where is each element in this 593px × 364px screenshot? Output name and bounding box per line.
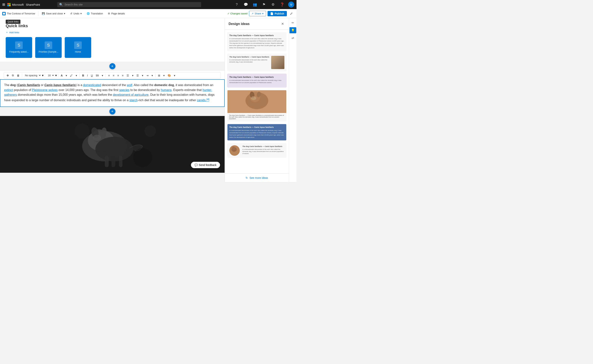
design-ideas-panel: Design ideas ✕ The dog Canis familiaris … — [225, 18, 289, 182]
quick-link-card-0[interactable]: S Frequently asked... — [6, 37, 32, 58]
design-card-5-circle-image — [229, 145, 240, 156]
chat-icon[interactable]: 💬 — [243, 1, 249, 7]
question-icon[interactable]: ❓ — [279, 1, 285, 7]
table-dropdown[interactable]: ▾ — [162, 73, 166, 78]
svg-rect-10 — [119, 156, 122, 167]
color-picker-dropdown[interactable]: ▾ — [173, 73, 176, 78]
card-icon-1: S — [45, 41, 52, 49]
design-card-0[interactable]: The dog Canis familiaris — Canis lupus f… — [227, 32, 287, 51]
publish-icon: 📄 — [270, 12, 274, 15]
wolf-link[interactable]: wolf — [127, 84, 132, 87]
undo-button[interactable]: ↺ Undo ▾ — [68, 11, 84, 16]
share-button[interactable]: ↗ Share ▾ — [249, 11, 266, 16]
align-left-button[interactable]: ≡ — [107, 73, 111, 78]
species-link[interactable]: species — [119, 88, 130, 91]
canids-link[interactable]: canids.[4] — [197, 98, 209, 102]
svg-point-12 — [133, 148, 152, 167]
delete-icon[interactable]: 🗑 — [16, 73, 21, 78]
send-feedback-button[interactable]: 💬 Send feedback — [191, 162, 220, 168]
people-icon[interactable]: 👥 — [252, 1, 258, 7]
strip-align-icon[interactable]: ⇄ — [290, 35, 296, 41]
settings-icon[interactable]: ⚙ — [270, 1, 276, 7]
quick-links-cards: S Frequently asked... S Priorities [Samp… — [6, 37, 219, 58]
color-picker-button[interactable]: 🎨 — [167, 73, 172, 78]
pleistocene-wolves-link[interactable]: Pleistocene wolves — [32, 88, 58, 91]
design-card-0-content: The dog Canis familiaris — Canis lupus f… — [228, 32, 286, 51]
copy-icon[interactable]: ⧉ — [11, 73, 15, 78]
underline-button[interactable]: U — [90, 73, 94, 78]
quick-link-card-2[interactable]: S Home — [65, 37, 91, 58]
number-button[interactable]: 99 — [95, 73, 100, 78]
card-label-1: Priorities [Sample... — [39, 51, 58, 53]
panel-close-button[interactable]: ✕ — [280, 21, 285, 26]
add-section-button-2[interactable]: + — [109, 108, 115, 114]
avatar[interactable]: U — [288, 1, 294, 7]
design-card-3-image — [228, 90, 286, 113]
svg-point-19 — [251, 96, 256, 100]
card-label-2: Home — [75, 51, 81, 53]
humans-link[interactable]: humans — [161, 88, 172, 91]
bold-button[interactable]: B — [81, 73, 85, 78]
design-card-1-text: The dog Canis familiaris — Canis lupus f… — [229, 56, 270, 69]
move-icon[interactable]: ✥ — [6, 73, 10, 78]
translation-button[interactable]: 🌐 Translation — [85, 11, 105, 16]
quick-link-card-1[interactable]: S Priorities [Sample... — [35, 37, 62, 58]
italic-button[interactable]: I — [86, 73, 89, 78]
flag-icon[interactable]: ⚑ — [261, 1, 267, 7]
save-close-button[interactable]: 💾 Save and close ▾ — [40, 11, 67, 16]
align-center-button[interactable]: ≡ — [112, 73, 115, 78]
microsoft-logo[interactable]: Microsoft — [7, 3, 24, 6]
table-button[interactable]: ⊞ — [157, 73, 161, 78]
quick-links-tooltip: Quick links — [6, 20, 20, 24]
design-card-5[interactable]: The dog Canis familiaris — Canis lupus f… — [227, 143, 287, 158]
starch-link[interactable]: starch — [130, 98, 138, 102]
domesticated-link[interactable]: domesticated — [83, 84, 101, 87]
refresh-icon: ↻ — [246, 176, 248, 179]
format-toolbar: ✥ ⧉ 🗑 No spacing ▾ 18 ▾ A ▾ — [4, 72, 221, 78]
list-dropdown[interactable]: ▾ — [141, 73, 144, 78]
add-links-button[interactable]: ＋ Add links — [6, 31, 219, 34]
content-area: Quick links Quick links ＋ Add links S Fr… — [0, 18, 225, 182]
publish-button[interactable]: 📄 Publish — [267, 11, 287, 16]
page-details-button[interactable]: ⚙ Page details — [106, 11, 127, 16]
fontsize-dropdown[interactable]: 18 — [46, 73, 54, 77]
help-circles-icon[interactable]: ? — [234, 1, 240, 7]
bullets-dropdown[interactable]: ▾ — [131, 73, 135, 78]
design-card-4-content: The dog Canis familiaris — Canis lupus f… — [228, 124, 286, 140]
share-dropdown-icon: ▾ — [262, 12, 264, 15]
search-input[interactable] — [65, 3, 199, 6]
highlight-dropdown[interactable]: ▾ — [75, 73, 78, 78]
design-card-5-text: The dog Canis familiaris — Canis lupus f… — [242, 145, 284, 156]
text-color-button[interactable]: A — [60, 73, 64, 78]
style-dropdown[interactable]: No spacing — [23, 73, 41, 77]
add-section-button[interactable]: + — [109, 63, 115, 69]
design-card-3[interactable]: The dog Canis familiaris — Canis lupus f… — [227, 90, 287, 122]
indent-dropdown[interactable]: ▾ — [150, 73, 154, 78]
align-right-button[interactable]: ≡ — [116, 73, 120, 78]
indent-button[interactable]: ⇥ — [145, 73, 150, 78]
development-agriculture-link[interactable]: development of agriculture — [113, 93, 149, 96]
main-area: Quick links Quick links ＋ Add links S Fr… — [0, 18, 297, 182]
text-editor[interactable]: The dog (Canis familiaris or Canis lupus… — [0, 79, 225, 107]
bullets-button[interactable]: ☰ — [125, 73, 130, 78]
design-card-2[interactable]: The dog Canis familiaris — Canis lupus f… — [227, 74, 287, 88]
text-format-dropdown[interactable]: ▾ — [101, 73, 104, 78]
design-card-1[interactable]: The dog Canis familiaris — Canis lupus f… — [227, 53, 287, 71]
extinct-link[interactable]: extinct — [4, 88, 13, 91]
strip-edit-icon[interactable]: ✏ — [290, 20, 296, 26]
design-card-4[interactable]: The dog Canis familiaris — Canis lupus f… — [227, 124, 287, 141]
highlight-button[interactable]: 🖊 — [69, 73, 74, 78]
dog-image — [63, 116, 162, 173]
text-color-dropdown[interactable]: ▾ — [65, 73, 68, 78]
numbered-list-button[interactable]: ☰ — [135, 73, 140, 78]
search-bar[interactable]: 🔍 — [57, 2, 201, 7]
minimize-button[interactable]: ⤢ — [288, 11, 294, 16]
save-dropdown-icon: ▾ — [64, 12, 65, 15]
design-card-3-text: The dog Canis familiaris — Canis lupus f… — [228, 113, 286, 121]
share-icon: ↗ — [251, 12, 254, 15]
justify-button[interactable]: ≡ — [121, 73, 124, 78]
see-more-ideas-button[interactable]: ↻ See more ideas — [225, 174, 289, 182]
design-card-1-image — [271, 56, 284, 69]
waffle-icon[interactable]: ⊞ — [2, 2, 5, 7]
strip-ideas-icon[interactable]: 💡 — [289, 27, 296, 33]
